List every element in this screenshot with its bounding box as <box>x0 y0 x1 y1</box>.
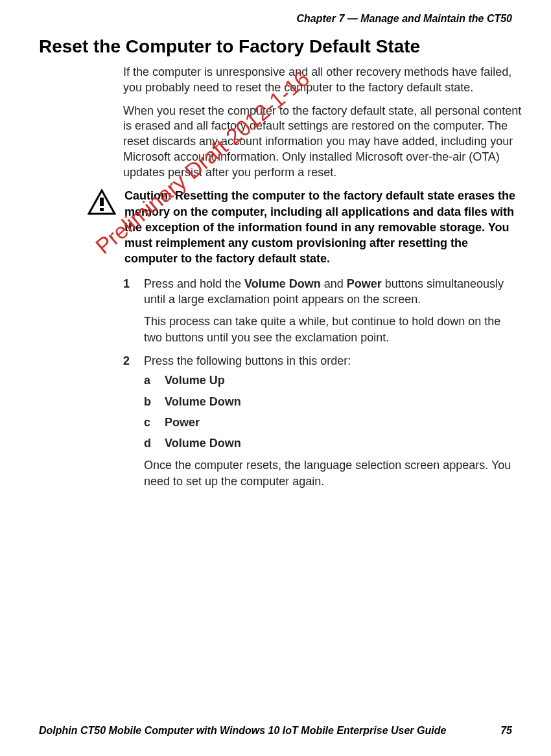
footer-title: Dolphin CT50 Mobile Computer with Window… <box>39 725 446 737</box>
step-1: 1 Press and hold the Volume Down and Pow… <box>123 276 522 345</box>
steps-block: 1 Press and hold the Volume Down and Pow… <box>123 276 522 489</box>
running-header: Chapter 7 — Manage and Maintain the CT50 <box>39 13 512 25</box>
text-fragment: Press and hold the <box>144 277 244 290</box>
step-1-note: This process can take quite a while, but… <box>144 314 522 345</box>
intro-paragraph-2: When you reset the computer to the facto… <box>123 104 522 181</box>
step-marker: 1 <box>123 276 130 292</box>
text-fragment: and <box>321 277 347 290</box>
volume-down-label: Volume Down <box>244 277 321 290</box>
intro-paragraph-1: If the computer is unresponsive and all … <box>123 65 522 96</box>
step-2: 2 Press the following buttons in this or… <box>123 353 522 489</box>
substep-d: d Volume Down <box>144 435 522 451</box>
caution-text: Caution: Resetting the computer to the f… <box>124 188 522 266</box>
page-footer: Dolphin CT50 Mobile Computer with Window… <box>39 725 512 737</box>
substep-b-label: Volume Down <box>165 395 241 408</box>
substep-marker: b <box>144 394 151 409</box>
step-1-text: Press and hold the Volume Down and Power… <box>144 277 504 306</box>
substep-b: b Volume Down <box>144 394 522 409</box>
substep-marker: d <box>144 435 151 451</box>
step-2-text: Press the following buttons in this orde… <box>144 354 351 367</box>
substep-c: c Power <box>144 415 522 430</box>
caution-block: Caution: Resetting the computer to the f… <box>91 188 522 266</box>
sub-list: a Volume Up b Volume Down c Power d Volu… <box>144 372 522 451</box>
power-label: Power <box>347 277 382 290</box>
substep-a-label: Volume Up <box>165 374 225 387</box>
svg-rect-2 <box>100 208 104 211</box>
substep-a: a Volume Up <box>144 372 522 388</box>
substep-c-label: Power <box>165 416 200 429</box>
page-number: 75 <box>500 725 512 737</box>
body-column: If the computer is unresponsive and all … <box>123 65 522 180</box>
substep-d-label: Volume Down <box>165 437 241 450</box>
substep-marker: a <box>144 372 150 388</box>
page-title: Reset the Computer to Factory Default St… <box>39 36 512 57</box>
document-page: Chapter 7 — Manage and Maintain the CT50… <box>0 0 551 756</box>
caution-icon <box>88 189 116 215</box>
substep-marker: c <box>144 415 150 430</box>
svg-rect-1 <box>100 198 104 206</box>
step-marker: 2 <box>123 353 130 369</box>
step-2-post: Once the computer resets, the language s… <box>144 457 522 489</box>
ordered-list: 1 Press and hold the Volume Down and Pow… <box>123 276 522 489</box>
